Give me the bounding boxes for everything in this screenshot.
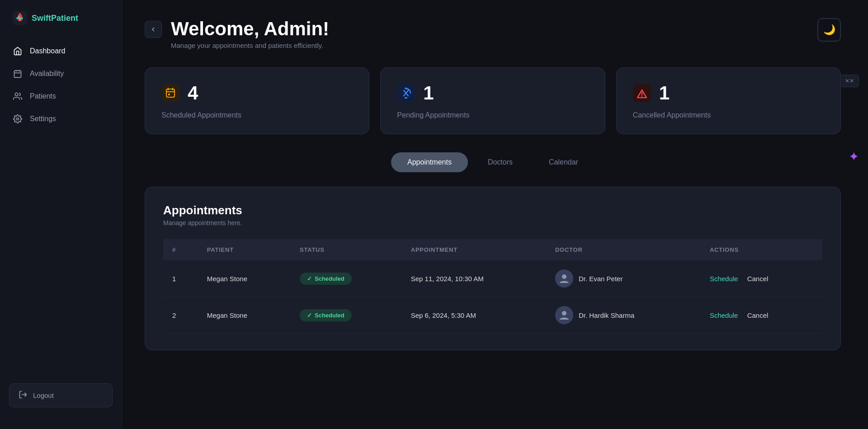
tab-calendar[interactable]: Calendar xyxy=(533,152,594,172)
ai-sparkle-button[interactable]: ✦ xyxy=(849,149,859,164)
svg-point-19 xyxy=(641,96,642,97)
sidebar-item-availability[interactable]: Availability xyxy=(0,62,122,85)
cancel-action-row1[interactable]: Cancel xyxy=(747,275,769,283)
col-num: # xyxy=(163,239,198,260)
calendar-icon xyxy=(13,69,23,79)
cancel-action-row2[interactable]: Cancel xyxy=(747,311,769,319)
check-icon-row2: ✓ xyxy=(307,312,312,319)
pending-icon xyxy=(397,84,415,102)
svg-rect-15 xyxy=(405,88,407,89)
doctor-avatar-row2 xyxy=(555,306,573,324)
page-header: Welcome, Admin! Manage your appointments… xyxy=(145,18,841,49)
table-header-row: # PATIENT STATUS APPOINTMENT DOCTOR ACTI… xyxy=(163,239,822,260)
doctor-cell-row1: Dr. Evan Peter xyxy=(555,269,692,288)
sidebar-nav: Dashboard Availability Patients xyxy=(0,40,122,130)
sidebar-label-settings: Settings xyxy=(30,115,56,123)
sidebar-label-availability: Availability xyxy=(30,70,64,78)
svg-rect-13 xyxy=(168,94,170,95)
tabs-row: Appointments Doctors Calendar xyxy=(145,152,841,172)
row2-doctor: Dr. Hardik Sharma xyxy=(546,297,701,334)
svg-point-5 xyxy=(15,93,18,96)
main-content: Welcome, Admin! Manage your appointments… xyxy=(122,0,868,429)
svg-rect-8 xyxy=(161,84,179,102)
settings-icon xyxy=(13,114,23,124)
table-row: 1 Megan Stone ✓ Scheduled Sep 11, 2024, … xyxy=(163,260,822,297)
cancelled-icon xyxy=(633,84,651,102)
doctor-name-row1: Dr. Evan Peter xyxy=(579,275,623,283)
table-subtitle: Manage appointments here. xyxy=(163,219,822,226)
col-status: STATUS xyxy=(291,239,402,260)
sidebar: SwiftPatient Dashboard Availability xyxy=(0,0,122,429)
table-row: 2 Megan Stone ✓ Scheduled Sep 6, 2024, 5… xyxy=(163,297,822,334)
row1-status: ✓ Scheduled xyxy=(291,260,402,297)
logout-icon xyxy=(19,390,28,401)
stat-top-pending: 1 xyxy=(397,82,588,104)
row2-actions: Schedule Cancel xyxy=(701,297,822,334)
dark-mode-button[interactable]: 🌙 xyxy=(817,18,841,42)
moon-icon: 🌙 xyxy=(823,24,835,36)
appointments-table: # PATIENT STATUS APPOINTMENT DOCTOR ACTI… xyxy=(163,239,822,334)
table-title: Appointments xyxy=(163,203,822,217)
schedule-action-row1[interactable]: Schedule xyxy=(710,275,738,283)
col-doctor: DOCTOR xyxy=(546,239,701,260)
patients-icon xyxy=(13,91,23,101)
row2-patient: Megan Stone xyxy=(198,297,291,334)
sidebar-collapse-right-button[interactable]: ✕✕ xyxy=(840,75,859,87)
stat-card-pending: 1 Pending Appointments xyxy=(380,67,605,134)
sidebar-item-patients[interactable]: Patients xyxy=(0,85,122,108)
cancelled-label: Cancelled Appointments xyxy=(633,111,824,119)
scheduled-icon xyxy=(161,84,179,102)
row1-appointment: Sep 11, 2024, 10:30 AM xyxy=(402,260,546,297)
svg-rect-16 xyxy=(405,97,407,99)
sidebar-label-dashboard: Dashboard xyxy=(30,47,65,55)
stat-cards: 4 Scheduled Appointments 1 xyxy=(145,67,841,134)
scheduled-count: 4 xyxy=(188,82,198,104)
svg-rect-1 xyxy=(14,71,21,77)
col-appointment: APPOINTMENT xyxy=(402,239,546,260)
col-patient: PATIENT xyxy=(198,239,291,260)
appointments-table-section: Appointments Manage appointments here. #… xyxy=(145,187,841,350)
schedule-action-row2[interactable]: Schedule xyxy=(710,311,738,319)
status-text-row2: Scheduled xyxy=(315,312,344,319)
col-actions: ACTIONS xyxy=(701,239,822,260)
stat-top-cancelled: 1 xyxy=(633,82,824,104)
row1-patient: Megan Stone xyxy=(198,260,291,297)
stat-top-scheduled: 4 xyxy=(161,82,353,104)
logo: SwiftPatient xyxy=(0,11,122,40)
stat-card-scheduled: 4 Scheduled Appointments xyxy=(145,67,369,134)
logout-label: Logout xyxy=(33,391,54,399)
row1-num: 1 xyxy=(163,260,198,297)
row2-num: 2 xyxy=(163,297,198,334)
row2-appointment: Sep 6, 2024, 5:30 AM xyxy=(402,297,546,334)
status-text-row1: Scheduled xyxy=(315,275,344,282)
pending-count: 1 xyxy=(423,82,434,104)
row1-doctor: Dr. Evan Peter xyxy=(546,260,701,297)
status-badge-row1: ✓ Scheduled xyxy=(300,273,352,285)
svg-point-20 xyxy=(562,274,566,279)
home-icon xyxy=(13,46,23,56)
sidebar-item-dashboard[interactable]: Dashboard xyxy=(0,40,122,62)
tab-doctors[interactable]: Doctors xyxy=(472,152,529,172)
logout-button[interactable]: Logout xyxy=(9,383,113,407)
pending-label: Pending Appointments xyxy=(397,111,588,119)
welcome-text: Welcome, Admin! Manage your appointments… xyxy=(171,18,329,49)
welcome-subtitle: Manage your appointments and patients ef… xyxy=(171,42,329,49)
sidebar-label-patients: Patients xyxy=(30,92,56,100)
welcome-title: Welcome, Admin! xyxy=(171,18,329,40)
row1-actions: Schedule Cancel xyxy=(701,260,822,297)
logo-text: SwiftPatient xyxy=(32,14,78,23)
svg-point-21 xyxy=(562,311,566,316)
status-badge-row2: ✓ Scheduled xyxy=(300,309,352,321)
doctor-name-row2: Dr. Hardik Sharma xyxy=(579,311,634,319)
row2-status: ✓ Scheduled xyxy=(291,297,402,334)
header-left: Welcome, Admin! Manage your appointments… xyxy=(145,18,329,49)
stat-card-cancelled: 1 Cancelled Appointments xyxy=(616,67,841,134)
tab-appointments[interactable]: Appointments xyxy=(391,152,468,172)
sidebar-item-settings[interactable]: Settings xyxy=(0,108,122,130)
doctor-cell-row2: Dr. Hardik Sharma xyxy=(555,306,692,324)
logo-icon xyxy=(13,11,27,25)
doctor-avatar-row1 xyxy=(555,269,573,288)
cancelled-count: 1 xyxy=(659,82,670,104)
collapse-sidebar-button[interactable] xyxy=(145,21,162,38)
check-icon-row1: ✓ xyxy=(307,275,312,282)
